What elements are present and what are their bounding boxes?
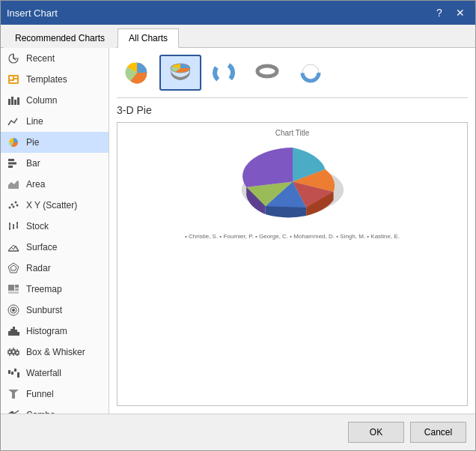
recent-icon bbox=[7, 52, 20, 65]
sidebar-item-waterfall[interactable]: Waterfall bbox=[1, 363, 109, 384]
svg-rect-9 bbox=[8, 159, 14, 161]
sidebar-item-templates[interactable]: Templates bbox=[1, 69, 109, 90]
main-area: 3-D Pie Chart Title bbox=[109, 48, 475, 414]
svg-marker-29 bbox=[8, 263, 19, 273]
chart-types-row bbox=[117, 55, 468, 98]
cancel-button[interactable]: Cancel bbox=[410, 422, 466, 443]
sidebar-item-box-whisker[interactable]: Box & Whisker bbox=[1, 342, 109, 363]
sidebar-item-surface[interactable]: Surface bbox=[1, 237, 109, 258]
chart-preview-title: Chart Title bbox=[275, 129, 310, 137]
sidebar-item-scatter[interactable]: X Y (Scatter) bbox=[1, 195, 109, 216]
sidebar-item-label: Recent bbox=[26, 53, 55, 64]
sidebar-item-bar[interactable]: Bar bbox=[1, 153, 109, 174]
radar-icon bbox=[7, 261, 20, 275]
svg-point-17 bbox=[16, 205, 19, 207]
sidebar-item-label: Radar bbox=[26, 263, 51, 273]
sidebar-item-label: Templates bbox=[26, 74, 67, 85]
chart-type-3d-pie[interactable] bbox=[160, 55, 201, 90]
svg-rect-42 bbox=[17, 332, 19, 336]
svg-rect-52 bbox=[8, 370, 10, 374]
svg-marker-12 bbox=[8, 181, 19, 189]
svg-rect-38 bbox=[8, 331, 10, 336]
svg-rect-32 bbox=[15, 285, 19, 288]
chart-type-3d-doughnut[interactable] bbox=[247, 55, 287, 90]
chart-type-2d-pie[interactable] bbox=[117, 55, 157, 90]
chart-legend: • Christie, S. • Fournier, P. • George, … bbox=[185, 233, 400, 240]
svg-marker-28 bbox=[8, 246, 19, 251]
chart-preview-area: Chart Title bbox=[117, 122, 468, 406]
sidebar-item-line[interactable]: Line bbox=[1, 111, 109, 132]
sidebar-item-label: Line bbox=[26, 116, 43, 127]
sidebar-item-combo[interactable]: Combo bbox=[1, 405, 109, 414]
sidebar-item-label: Histogram bbox=[26, 326, 67, 336]
chart-type-donut-variant[interactable] bbox=[290, 55, 331, 90]
svg-point-64 bbox=[219, 68, 228, 77]
stock-icon bbox=[7, 220, 20, 233]
bar-icon bbox=[7, 157, 20, 170]
tabs-row: Recommended Charts All Charts bbox=[1, 25, 475, 48]
combo-icon bbox=[7, 408, 20, 414]
sidebar-item-label: Pie bbox=[26, 137, 39, 148]
ok-button[interactable]: OK bbox=[348, 422, 404, 443]
svg-point-13 bbox=[9, 207, 11, 209]
chart-type-doughnut[interactable] bbox=[204, 55, 244, 90]
sidebar-item-radar[interactable]: Radar bbox=[1, 258, 109, 279]
chart-preview-svg bbox=[218, 140, 367, 230]
svg-rect-7 bbox=[14, 100, 16, 105]
svg-rect-53 bbox=[11, 372, 13, 375]
svg-rect-55 bbox=[17, 372, 19, 378]
svg-rect-3 bbox=[14, 79, 17, 81]
sidebar-item-label: Treemap bbox=[26, 284, 62, 294]
svg-point-15 bbox=[13, 206, 15, 208]
svg-rect-4 bbox=[10, 81, 17, 82]
svg-rect-41 bbox=[15, 330, 17, 336]
area-icon bbox=[7, 178, 20, 191]
title-bar-controls: ? ✕ bbox=[430, 4, 469, 22]
line-icon bbox=[7, 115, 20, 128]
sidebar-item-column[interactable]: Column bbox=[1, 90, 109, 111]
svg-rect-34 bbox=[8, 291, 19, 294]
svg-rect-2 bbox=[14, 76, 17, 78]
sidebar-item-label: Funnel bbox=[26, 389, 54, 399]
svg-rect-31 bbox=[8, 285, 14, 291]
scatter-icon bbox=[7, 199, 20, 212]
treemap-icon bbox=[7, 282, 20, 296]
sidebar-item-label: Area bbox=[26, 179, 45, 190]
sidebar-item-label: Bar bbox=[26, 158, 40, 169]
sidebar-item-area[interactable]: Area bbox=[1, 174, 109, 195]
svg-marker-30 bbox=[10, 265, 16, 270]
svg-rect-33 bbox=[15, 288, 19, 291]
sidebar-item-label: Waterfall bbox=[26, 368, 61, 378]
sidebar-item-label: Surface bbox=[26, 242, 57, 252]
tab-recommended[interactable]: Recommended Charts bbox=[4, 28, 116, 48]
sidebar-item-treemap[interactable]: Treemap bbox=[1, 279, 109, 300]
svg-rect-5 bbox=[8, 99, 10, 105]
sidebar-item-histogram[interactable]: Histogram bbox=[1, 321, 109, 342]
sidebar-item-label: Stock bbox=[26, 221, 49, 231]
sidebar-item-recent[interactable]: Recent bbox=[1, 48, 109, 69]
sidebar-item-pie[interactable]: Pie bbox=[1, 132, 109, 153]
svg-rect-6 bbox=[11, 97, 13, 105]
pie-icon bbox=[7, 136, 20, 149]
svg-rect-11 bbox=[8, 166, 13, 168]
close-button[interactable]: ✕ bbox=[451, 4, 469, 22]
sidebar-item-label: Box & Whisker bbox=[26, 347, 85, 357]
svg-rect-10 bbox=[8, 163, 16, 165]
box-whisker-icon bbox=[7, 345, 20, 359]
content-area: Recent Templates Column bbox=[1, 48, 475, 414]
svg-rect-47 bbox=[12, 350, 15, 354]
footer: OK Cancel bbox=[1, 414, 475, 450]
sidebar-item-funnel[interactable]: Funnel bbox=[1, 384, 109, 405]
svg-point-69 bbox=[305, 67, 316, 78]
sidebar-item-stock[interactable]: Stock bbox=[1, 216, 109, 237]
tab-all-charts[interactable]: All Charts bbox=[118, 28, 179, 48]
svg-point-37 bbox=[12, 309, 15, 312]
help-button[interactable]: ? bbox=[430, 4, 448, 22]
insert-chart-dialog: Insert Chart ? ✕ Recommended Charts All … bbox=[0, 0, 476, 451]
sidebar-item-sunburst[interactable]: Sunburst bbox=[1, 300, 109, 321]
svg-point-14 bbox=[11, 204, 13, 206]
svg-point-66 bbox=[263, 69, 272, 73]
selected-chart-name: 3-D Pie bbox=[117, 104, 468, 116]
svg-rect-8 bbox=[17, 97, 19, 105]
surface-icon bbox=[7, 240, 20, 254]
